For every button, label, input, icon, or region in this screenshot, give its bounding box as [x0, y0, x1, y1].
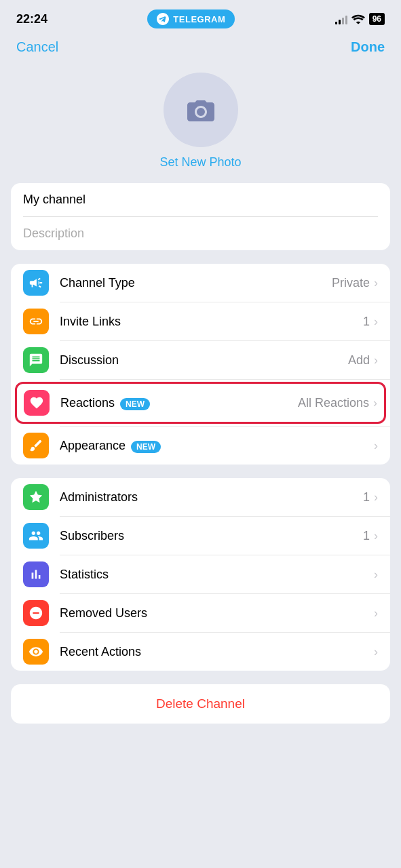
- recent-icon-wrap: [23, 639, 49, 665]
- megaphone-icon: [28, 275, 43, 290]
- link-icon: [28, 314, 43, 329]
- appearance-label: AppearanceNEW: [60, 439, 374, 453]
- description-input[interactable]: [11, 217, 390, 250]
- telegram-pill: TELEGRAM: [147, 9, 235, 28]
- discussion-chevron: ›: [374, 353, 378, 368]
- telegram-pill-wrap: TELEGRAM: [147, 9, 235, 28]
- channel-info-card: [11, 183, 390, 250]
- star-icon: [28, 490, 43, 505]
- telegram-label: TELEGRAM: [173, 14, 225, 24]
- statistics-icon-wrap: [23, 561, 49, 587]
- eye-icon: [28, 644, 43, 659]
- menu-item-appearance[interactable]: AppearanceNEW ›: [11, 427, 390, 465]
- channel-type-label: Channel Type: [60, 276, 332, 290]
- wifi-icon: [351, 14, 365, 24]
- divider: [60, 379, 390, 380]
- invite-links-chevron: ›: [374, 315, 378, 329]
- photo-circle[interactable]: [164, 73, 238, 147]
- discussion-value: Add: [348, 353, 370, 368]
- recent-actions-label: Recent Actions: [60, 645, 374, 659]
- reactions-icon-wrap: [24, 390, 50, 416]
- removed-icon-wrap: [23, 600, 49, 626]
- done-button[interactable]: Done: [351, 39, 385, 55]
- nav-bar: Cancel Done: [0, 33, 401, 66]
- removed-users-chevron: ›: [374, 606, 378, 620]
- removed-users-label: Removed Users: [60, 606, 374, 620]
- channel-type-chevron: ›: [374, 276, 378, 290]
- statistics-label: Statistics: [60, 568, 374, 582]
- admins-chevron: ›: [374, 490, 378, 505]
- subscribers-chevron: ›: [374, 529, 378, 543]
- appearance-new-badge: NEW: [131, 441, 161, 453]
- subscribers-label: Subscribers: [60, 529, 363, 543]
- cancel-button[interactable]: Cancel: [16, 39, 58, 55]
- status-time: 22:24: [16, 12, 47, 26]
- brush-icon: [28, 438, 43, 453]
- battery-level: 96: [369, 13, 385, 25]
- menu-item-statistics[interactable]: Statistics ›: [11, 555, 390, 593]
- subscribers-value: 1: [363, 529, 370, 543]
- discussion-label: Discussion: [60, 353, 348, 368]
- reactions-highlight-box: ReactionsNEW All Reactions ›: [15, 382, 386, 424]
- reactions-value: All Reactions: [298, 396, 369, 410]
- admins-icon-wrap: [23, 484, 49, 510]
- menu-item-invite-links[interactable]: Invite Links 1 ›: [11, 302, 390, 340]
- menu-item-channel-type[interactable]: Channel Type Private ›: [11, 264, 390, 302]
- reactions-chevron: ›: [373, 396, 377, 410]
- reactions-label: ReactionsNEW: [60, 396, 298, 410]
- discussion-icon-wrap: [23, 347, 49, 373]
- bar2: [339, 20, 341, 24]
- bar4: [345, 16, 347, 24]
- heart-icon: [29, 395, 44, 410]
- statistics-chevron: ›: [374, 568, 378, 582]
- menu-item-subscribers[interactable]: Subscribers 1 ›: [11, 517, 390, 555]
- status-right: 96: [335, 13, 385, 25]
- channel-type-icon-wrap: [23, 270, 49, 296]
- recent-actions-chevron: ›: [374, 645, 378, 659]
- invite-links-value: 1: [363, 315, 370, 329]
- menu-item-discussion[interactable]: Discussion Add ›: [11, 341, 390, 379]
- discussion-icon: [28, 353, 43, 368]
- manage-card: Administrators 1 › Subscribers 1 › Stati…: [11, 478, 390, 671]
- signal-bars: [335, 14, 347, 24]
- invite-links-label: Invite Links: [60, 315, 363, 329]
- minus-circle-icon: [28, 606, 43, 620]
- subscribers-icon: [28, 528, 43, 543]
- photo-section: Set New Photo: [0, 66, 401, 183]
- appearance-icon-wrap: [23, 433, 49, 458]
- admins-label: Administrators: [60, 490, 363, 505]
- settings-card: Channel Type Private › Invite Links 1 › …: [11, 264, 390, 465]
- channel-type-value: Private: [332, 276, 370, 290]
- status-bar: 22:24 TELEGRAM 96: [0, 0, 401, 33]
- camera-icon: [186, 98, 216, 122]
- delete-card: Delete Channel: [11, 684, 390, 724]
- admins-value: 1: [363, 490, 370, 505]
- channel-name-input[interactable]: [11, 183, 390, 216]
- bar1: [335, 22, 337, 24]
- appearance-chevron: ›: [374, 439, 378, 453]
- subscribers-icon-wrap: [23, 523, 49, 549]
- delete-channel-button[interactable]: Delete Channel: [11, 684, 390, 724]
- barchart-icon: [28, 567, 43, 582]
- telegram-icon: [157, 13, 169, 25]
- menu-item-administrators[interactable]: Administrators 1 ›: [11, 478, 390, 516]
- menu-item-recent-actions[interactable]: Recent Actions ›: [11, 633, 390, 671]
- invite-links-icon-wrap: [23, 309, 49, 334]
- menu-item-reactions[interactable]: ReactionsNEW All Reactions ›: [17, 384, 384, 422]
- set-photo-label[interactable]: Set New Photo: [159, 155, 241, 170]
- bar3: [342, 18, 344, 24]
- menu-item-removed-users[interactable]: Removed Users ›: [11, 594, 390, 632]
- reactions-new-badge: NEW: [120, 398, 150, 410]
